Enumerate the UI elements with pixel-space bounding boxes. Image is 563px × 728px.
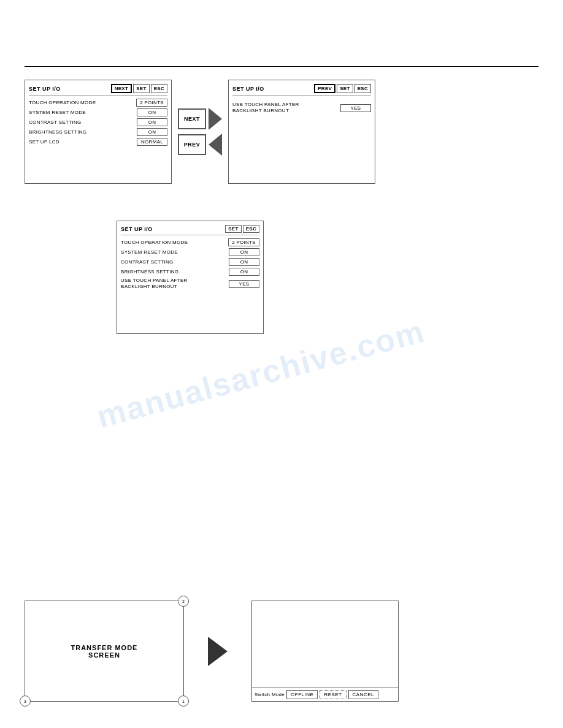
panel2-header: SET UP I/O PREV SET ESC [232, 84, 371, 96]
section-bottom: 2 3 1 TRANSFER MODE SCREEN Switch Mode O… [25, 601, 538, 702]
bottom-arrow [202, 637, 233, 666]
panel3-title: SET UP I/O [121, 226, 153, 232]
offline-btn[interactable]: OFFLINE [286, 690, 318, 699]
panel3-row-2: CONTRAST SETTING ON [121, 258, 259, 266]
next-label: NEXT [184, 116, 200, 122]
prev-arrow-row: PREV [178, 134, 222, 156]
panel1-next-btn[interactable]: NEXT [111, 84, 132, 93]
transfer-box: 2 3 1 TRANSFER MODE SCREEN [25, 601, 184, 702]
panel2-set-btn[interactable]: SET [337, 84, 353, 93]
panel2-prev-btn[interactable]: PREV [314, 84, 335, 93]
corner-bl: 3 [20, 696, 31, 707]
next-arrow-row: NEXT [178, 108, 222, 130]
panel3-row-3: BRIGHTNESS SETTING ON [121, 268, 259, 276]
panel1-title: SET UP I/O [29, 86, 61, 92]
panel1-buttons: NEXT SET ESC [111, 84, 167, 93]
panel2-title: SET UP I/O [232, 86, 264, 92]
panel3-set-btn[interactable]: SET [225, 225, 241, 233]
offline-footer: Switch Mode OFFLINE RESET CANCEL [252, 688, 398, 701]
panel3: SET UP I/O SET ESC TOUCH OPERATION MODE … [117, 221, 264, 334]
offline-box: Switch Mode OFFLINE RESET CANCEL [251, 601, 399, 702]
panel2: SET UP I/O PREV SET ESC USE TOUCH PANEL … [228, 80, 375, 184]
panel1-row-1: SYSTEM RESET MODE ON [29, 108, 167, 116]
transfer-label: TRANSFER MODE SCREEN [65, 644, 144, 659]
switch-mode-label: Switch Mode [255, 692, 285, 697]
panel3-row-4: USE TOUCH PANEL AFTER BACKLIGHT BURNOUT … [121, 278, 259, 290]
panel1-row-0: TOUCH OPERATION MODE 2 POINTS [29, 99, 167, 107]
reset-btn[interactable]: RESET [320, 690, 346, 699]
panel3-esc-btn[interactable]: ESC [243, 225, 259, 233]
panel1-header: SET UP I/O NEXT SET ESC [29, 84, 167, 96]
prev-box: PREV [178, 134, 206, 155]
corner-tr: 2 [178, 596, 189, 607]
panel1-row-2: CONTRAST SETTING ON [29, 118, 167, 126]
panel1-row-3: BRIGHTNESS SETTING ON [29, 128, 167, 136]
panel2-buttons: PREV SET ESC [314, 84, 371, 93]
top-divider [25, 66, 538, 67]
left-arrow-icon [209, 134, 222, 156]
big-arrow-icon [208, 637, 228, 666]
cancel-btn[interactable]: CANCEL [348, 690, 378, 699]
panel2-esc-btn[interactable]: ESC [354, 84, 371, 93]
corner-br: 1 [178, 696, 189, 707]
panel3-buttons: SET ESC [225, 225, 259, 233]
offline-content [252, 601, 398, 688]
panel1: SET UP I/O NEXT SET ESC TOUCH OPERATION … [25, 80, 172, 184]
panel3-row-0: TOUCH OPERATION MODE 2 POINTS [121, 238, 259, 246]
next-box: NEXT [178, 108, 206, 129]
section-top: SET UP I/O NEXT SET ESC TOUCH OPERATION … [25, 80, 538, 184]
right-arrow-icon [209, 108, 222, 130]
panel1-esc-btn[interactable]: ESC [151, 84, 167, 93]
prev-label: PREV [184, 142, 201, 148]
section-middle: SET UP I/O SET ESC TOUCH OPERATION MODE … [117, 221, 264, 334]
panel3-row-1: SYSTEM RESET MODE ON [121, 248, 259, 256]
panel2-row-0: USE TOUCH PANEL AFTER BACKLIGHT BURNOUT … [232, 102, 371, 115]
panel3-header: SET UP I/O SET ESC [121, 225, 259, 235]
panel1-set-btn[interactable]: SET [133, 84, 149, 93]
arrow-group: NEXT PREV [178, 108, 222, 156]
panel1-row-4: SET UP LCD NORMAL [29, 138, 167, 146]
